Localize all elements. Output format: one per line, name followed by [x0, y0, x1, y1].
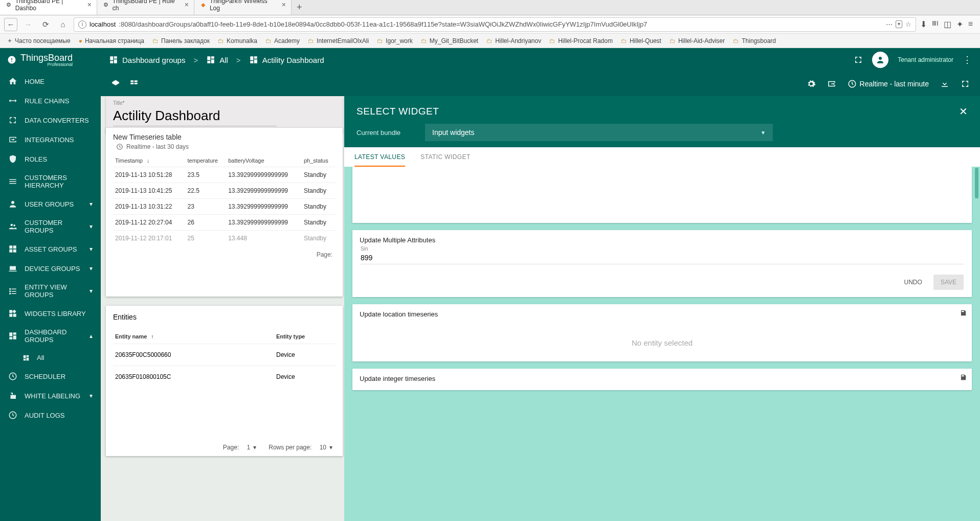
nav-white-labeling[interactable]: WHITE LABELING▾	[0, 386, 101, 405]
bookmark-item[interactable]: 🗀Hillel-Procat Radom	[546, 36, 616, 46]
widget-list[interactable]: Update Multiple Attributes Sin 899 UNDO …	[344, 167, 980, 521]
bookmark-item[interactable]: 🗀Igor_work	[374, 36, 416, 46]
nav-audit-logs[interactable]: AUDIT LOGS	[0, 405, 101, 425]
nav-roles[interactable]: ROLES	[0, 149, 101, 169]
browser-tab[interactable]: ⚙ThingsBoard PE | Rule ch×	[97, 0, 194, 15]
brand[interactable]: ThingsBoardProfessional	[0, 48, 101, 72]
col-entity-type[interactable]: Entity type	[274, 329, 336, 344]
widget-preview-update-integer[interactable]: Update integer timeseries	[352, 369, 972, 390]
nav-dashboard-groups-all[interactable]: All	[0, 349, 101, 367]
tab-static-widget[interactable]: STATIC WIDGET	[420, 147, 470, 167]
tab-close-icon[interactable]: ×	[282, 1, 286, 9]
col-entity-name[interactable]: Entity name↑	[113, 329, 274, 344]
tab-latest-values[interactable]: LATEST VALUES	[354, 147, 405, 167]
widget-preview-update-location[interactable]: Update location timeseries No entity sel…	[352, 304, 972, 361]
nav-customer-groups[interactable]: CUSTOMER GROUPS▾	[0, 214, 101, 239]
nav-home[interactable]: HOME	[0, 72, 101, 91]
avatar[interactable]	[872, 52, 888, 68]
menu-icon[interactable]: ≡	[968, 19, 973, 29]
field-value[interactable]: 899	[361, 252, 964, 264]
nav-customers-hierarchy[interactable]: CUSTOMERS HIERARCHY	[0, 169, 101, 194]
site-info-icon[interactable]: i	[78, 20, 86, 29]
table-row[interactable]: 2019-11-13 10:41:2522.513.39299999999999…	[113, 183, 336, 199]
download-icon[interactable]: ⬇	[920, 19, 927, 29]
save-icon[interactable]	[960, 374, 967, 382]
time-window[interactable]: Realtime - last minute	[848, 79, 929, 88]
bundle-select[interactable]: Input widgets▼	[425, 124, 773, 141]
close-panel-button[interactable]: ✕	[959, 105, 968, 118]
home-button[interactable]: ⌂	[56, 18, 70, 31]
reload-button[interactable]: ⟳	[39, 18, 52, 31]
layers-icon[interactable]	[111, 79, 120, 88]
col-status[interactable]: ph_status	[302, 154, 336, 167]
realtime-indicator[interactable]: Realtime - last 30 days	[116, 143, 336, 150]
bookmark-item[interactable]: 🗀Hillel-Andriyanov	[483, 36, 544, 46]
nav-dashboard-groups[interactable]: DASHBOARD GROUPS▴	[0, 323, 101, 349]
nav-rule-chains[interactable]: RULE CHAINS	[0, 91, 101, 110]
bookmark-item[interactable]: 🗀Hillel-Quest	[618, 36, 664, 46]
library-icon[interactable]: ⅢⅠ	[932, 19, 939, 29]
scrollbar-thumb[interactable]	[975, 168, 978, 198]
ext-icon[interactable]: ✦	[956, 19, 963, 29]
save-icon[interactable]	[960, 309, 967, 318]
download-icon[interactable]	[940, 79, 949, 88]
nav-asset-groups[interactable]: ASSET GROUPS▾	[0, 239, 101, 259]
nav-entity-view-groups[interactable]: ENTITY VIEW GROUPS▾	[0, 278, 101, 304]
nav-integrations[interactable]: INTEGRATIONS	[0, 130, 101, 149]
crumb-dashboard-groups[interactable]: Dashboard groups	[109, 55, 185, 64]
new-tab-button[interactable]: +	[292, 0, 307, 15]
sidebar-icon[interactable]: ◫	[944, 19, 951, 29]
bookmark-item[interactable]: 🗀InternetEmailOlxAli	[305, 36, 372, 46]
bookmark-item[interactable]: 🗀Academy	[262, 36, 303, 46]
bookmark-item[interactable]: ✦Часто посещаемые	[4, 36, 74, 46]
table-row[interactable]: 2019-11-13 10:51:2823.513.39299999999999…	[113, 167, 336, 183]
timeseries-widget[interactable]: New Timeseries table Realtime - last 30 …	[106, 128, 343, 297]
table-row[interactable]: 2019-11-12 20:27:042613.392999999999999S…	[113, 215, 336, 231]
bookmark-star-icon[interactable]: ☆	[905, 20, 911, 28]
grid-icon[interactable]	[129, 79, 139, 88]
more-icon[interactable]: ⋯	[886, 20, 893, 28]
forward-button[interactable]: →	[21, 18, 35, 31]
address-bar[interactable]: i localhost:8080/dashboardGroups/a0baff1…	[74, 17, 916, 32]
entities-widget[interactable]: Entities Entity name↑ Entity type 20635F…	[106, 306, 343, 456]
nav-data-converters[interactable]: DATA CONVERTERS	[0, 110, 101, 130]
bookmark-item[interactable]: 🗀Thingsboard	[730, 36, 779, 46]
table-row[interactable]: 2019-11-13 10:31:222313.392999999999999S…	[113, 199, 336, 215]
table-row[interactable]: 20635F00C5000660Device	[113, 344, 336, 366]
crumb-all[interactable]: All	[206, 55, 228, 64]
widget-preview-update-multiple[interactable]: Update Multiple Attributes Sin 899 UNDO …	[352, 230, 972, 297]
reader-icon[interactable]: ▾	[896, 20, 902, 28]
bookmark-item[interactable]: ●Начальная страница	[76, 36, 147, 46]
bookmark-item[interactable]: 🗀Hillel-Aid-Adviser	[666, 36, 728, 46]
entity-alias-icon[interactable]	[827, 79, 836, 88]
nav-scheduler[interactable]: SCHEDULER	[0, 367, 101, 386]
browser-tab[interactable]: ⚙ThingsBoard PE | Dashbo×	[0, 0, 97, 15]
bookmark-item[interactable]: 🗀Komunalka	[215, 36, 260, 46]
dashboard-title-input[interactable]	[113, 106, 277, 126]
bookmark-item[interactable]: 🗀Панель закладок	[149, 36, 213, 46]
save-button[interactable]: SAVE	[933, 275, 964, 290]
bookmark-item[interactable]: 🗀My_Git_BitBucket	[418, 36, 481, 46]
nav-widgets-library[interactable]: WIDGETS LIBRARY	[0, 304, 101, 323]
fullscreen-icon[interactable]	[854, 55, 863, 64]
chevron-down-icon: ▾	[90, 223, 93, 230]
widget-preview[interactable]	[352, 167, 972, 223]
tab-close-icon[interactable]: ×	[185, 1, 189, 9]
table-row[interactable]: 20635F010800105CDevice	[113, 366, 336, 388]
table-row[interactable]: 2019-11-12 20:17:012513.448Standby	[113, 231, 336, 246]
back-button[interactable]: ←	[4, 18, 17, 31]
tab-close-icon[interactable]: ×	[87, 1, 92, 9]
nav-user-groups[interactable]: USER GROUPS▾	[0, 194, 101, 214]
nav-device-groups[interactable]: DEVICE GROUPS▾	[0, 259, 101, 278]
undo-button[interactable]: UNDO	[897, 275, 929, 290]
browser-tab[interactable]: ◆ThingPark® Wireless Log×	[194, 0, 292, 15]
col-timestamp[interactable]: Timestamp↓	[113, 154, 185, 167]
more-icon[interactable]: ⋮	[963, 54, 972, 65]
fullscreen-icon[interactable]	[961, 79, 970, 88]
col-battery[interactable]: batteryVoltage	[226, 154, 302, 167]
crumb-current[interactable]: Actility Dashboard	[249, 55, 324, 64]
page-select[interactable]: Page: 1 ▾	[223, 444, 256, 451]
gear-icon[interactable]	[807, 79, 816, 88]
col-temperature[interactable]: temperature	[185, 154, 226, 167]
rows-per-page-select[interactable]: Rows per page: 10 ▾	[269, 444, 332, 451]
